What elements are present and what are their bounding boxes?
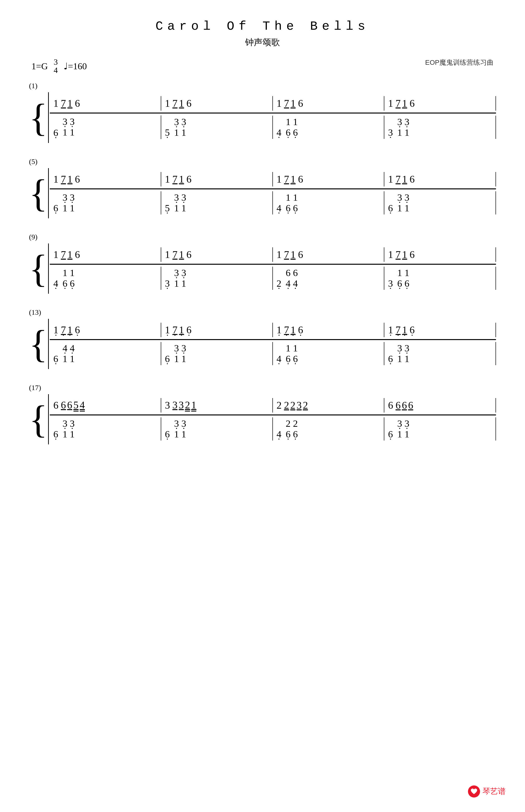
staves-5: 1 7 1 6 1 7 1 6 1 xyxy=(50,168,496,218)
b5m4: 6 3 1 3 1 xyxy=(384,191,496,215)
b1m3: 4 1 6 1 6 xyxy=(273,116,385,139)
section-label-1: (1) xyxy=(29,82,496,90)
t1m2: 1 7 1 6 xyxy=(161,96,273,111)
staves-1: 1 7 1 6 1 7 1 6 xyxy=(50,92,496,143)
section-13: (13) { 1 7 1 6 1 7 1 xyxy=(29,308,496,369)
b9m4: 3 1 6 1 6 xyxy=(384,267,496,290)
t9m3: 1 7 1 6 xyxy=(273,247,385,262)
key-sig: 1=G xyxy=(31,61,48,72)
brace-17: { xyxy=(29,394,48,444)
b13m2: 6 3 1 3 1 xyxy=(161,342,273,365)
logo-text: 琴艺谱 xyxy=(482,786,506,797)
t13m2: 1 7 1 6 xyxy=(161,323,273,337)
treble-row-9: 1 7 1 6 1 7 1 6 1 xyxy=(50,244,496,264)
staves-9: 1 7 1 6 1 7 1 6 1 xyxy=(50,244,496,294)
t17m3: 2 2 2 3 2 xyxy=(273,398,385,412)
watermark: EOP魔鬼训练营练习曲 xyxy=(425,58,494,67)
brace-9: { xyxy=(29,244,48,294)
treble-row-17: 6 6 6 5 4 3 3 3 2 1 xyxy=(50,394,496,415)
b13m4: 6 3 1 3 1 xyxy=(384,342,496,365)
t5m4: 1 7 1 6 xyxy=(384,172,496,186)
section-label-5: (5) xyxy=(29,157,496,166)
b17m1: 6 3 1 3 1 xyxy=(50,417,162,440)
bass-row-5: 6 3 1 3 1 5 xyxy=(50,189,496,218)
section-5: (5) { 1 7 1 6 1 7 1 xyxy=(29,157,496,218)
b5m1: 6 3 1 3 1 xyxy=(50,191,162,215)
treble-row-5: 1 7 1 6 1 7 1 6 1 xyxy=(50,168,496,188)
grand-staff-17: { 6 6 6 5 4 3 3 xyxy=(29,394,496,444)
treble-row-13: 1 7 1 6 1 7 1 6 1 xyxy=(50,319,496,339)
t5m2: 1 7 1 6 xyxy=(161,172,273,186)
b1m2: 5 3 1 3 1 xyxy=(161,116,273,139)
b5m2: 5 3 1 3 1 xyxy=(161,191,273,215)
b9m1: 4 1 6 1 6 xyxy=(50,267,162,290)
t13m1: 1 7 1 6 xyxy=(50,323,162,337)
b17m4: 6 3 1 3 1 xyxy=(384,417,496,440)
t13m4: 1 7 1 6 xyxy=(384,323,496,337)
logo-area: 琴艺谱 xyxy=(468,785,506,797)
staves-13: 1 7 1 6 1 7 1 6 1 xyxy=(50,319,496,369)
section-label-17: (17) xyxy=(29,384,496,392)
t1m1: 1 7 1 6 xyxy=(50,96,162,111)
b13m3: 4 1 6 1 6 xyxy=(273,342,385,365)
brace-1: { xyxy=(29,92,48,143)
page-title: Carol Of The Bells xyxy=(29,19,496,34)
b17m2: 6 3 1 3 1 xyxy=(161,417,273,440)
b9m2: 3 3 1 3 1 xyxy=(161,267,273,290)
logo-heart xyxy=(468,785,480,797)
bass-row-9: 4 1 6 1 6 3 xyxy=(50,264,496,294)
t9m1: 1 7 1 6 xyxy=(50,247,162,262)
left-line-13 xyxy=(48,319,49,369)
staves-17: 6 6 6 5 4 3 3 3 2 1 xyxy=(50,394,496,444)
b1m1: 6 3 1 3 1 xyxy=(50,115,162,139)
section-17: (17) { 6 6 6 5 4 3 xyxy=(29,384,496,444)
brace-5: { xyxy=(29,168,48,218)
subtitle: 钟声颂歌 xyxy=(29,36,496,48)
t9m4: 1 7 1 6 xyxy=(384,247,496,262)
grand-staff-13: { 1 7 1 6 1 7 1 6 xyxy=(29,319,496,369)
section-1: (1) { 1 7 1 6 1 7 xyxy=(29,82,496,143)
grand-staff-5: { 1 7 1 6 1 7 1 6 xyxy=(29,168,496,218)
t9m2: 1 7 1 6 xyxy=(161,247,273,262)
t1m3: 1 7 1 6 xyxy=(273,96,385,111)
b9m3: 2 6 4 6 4 xyxy=(273,267,385,290)
t17m4: 6 6 6 6 xyxy=(384,398,496,412)
t13m3: 1 7 1 6 xyxy=(273,323,385,337)
t17m2: 3 3 3 2 1 xyxy=(161,398,273,412)
tempo-info: 1=G 3 4 ♩=160 xyxy=(31,58,87,74)
section-label-9: (9) xyxy=(29,233,496,241)
t5m3: 1 7 1 6 xyxy=(273,172,385,186)
t1m4: 1 7 1 6 xyxy=(384,96,496,111)
left-line-1 xyxy=(48,92,49,143)
section-9: (9) { 1 7 1 6 1 7 1 xyxy=(29,233,496,294)
left-line-5 xyxy=(48,168,49,218)
b17m3: 4 2 6 2 6 xyxy=(273,417,385,440)
t5m1: 1 7 1 6 xyxy=(50,172,162,186)
time-sig: 3 4 xyxy=(54,58,58,74)
b5m3: 4 1 6 1 6 xyxy=(273,191,385,215)
b13m1: 6 4 1 4 1 xyxy=(50,342,162,365)
brace-13: { xyxy=(29,319,48,369)
bass-row-1: 6 3 1 3 1 5 xyxy=(50,113,496,143)
treble-row-1: 1 7 1 6 1 7 1 6 xyxy=(50,92,496,112)
meta-row: 1=G 3 4 ♩=160 EOP魔鬼训练营练习曲 xyxy=(29,58,496,74)
t17m1: 6 6 6 5 4 xyxy=(50,398,162,412)
grand-staff-1: { 1 7 1 6 1 7 1 xyxy=(29,92,496,143)
left-line-9 xyxy=(48,244,49,294)
section-label-13: (13) xyxy=(29,308,496,316)
grand-staff-9: { 1 7 1 6 1 7 1 6 xyxy=(29,244,496,294)
tempo-mark: ♩=160 xyxy=(63,61,87,72)
bass-row-17: 6 3 1 3 1 6 xyxy=(50,415,496,444)
b1m4: 3 3 1 3 1 xyxy=(384,116,496,139)
left-line-17 xyxy=(48,394,49,444)
bass-row-13: 6 4 1 4 1 6 xyxy=(50,340,496,369)
